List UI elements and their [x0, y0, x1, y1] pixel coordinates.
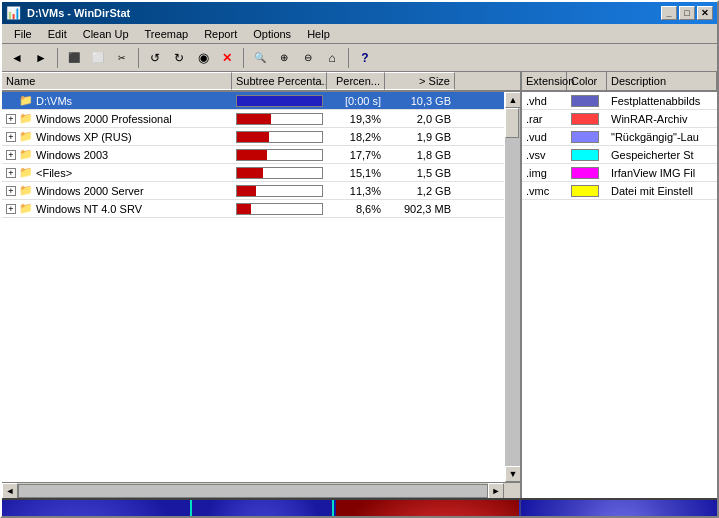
ext-col-color[interactable]: Color: [567, 72, 607, 90]
toolbar-zoom-fit[interactable]: ⊕: [273, 47, 295, 69]
minimize-button[interactable]: _: [661, 6, 677, 20]
color-swatch-1: [571, 113, 599, 125]
cell-name-3: + 📁 Windows 2003: [2, 148, 232, 161]
cell-subtree-1: [232, 113, 327, 125]
expand-btn-4[interactable]: +: [6, 168, 16, 178]
ext-row[interactable]: .vsv Gespeicherter St: [522, 146, 717, 164]
toolbar-back[interactable]: ◄: [6, 47, 28, 69]
bar-fill-2: [237, 132, 269, 142]
bar-fill-3: [237, 150, 267, 160]
toolbar-sep4: [348, 48, 349, 68]
toolbar-sep3: [243, 48, 244, 68]
table-row[interactable]: + 📁 Windows 2003 17,7%: [2, 146, 504, 164]
ext-row[interactable]: .vhd Festplattenabbilds: [522, 92, 717, 110]
pct-2: 18,2%: [350, 131, 381, 143]
cell-percent-1: 19,3%: [327, 113, 385, 125]
maximize-button[interactable]: □: [679, 6, 695, 20]
folder-icon: 📁: [19, 166, 33, 179]
toolbar-undo[interactable]: ↺: [144, 47, 166, 69]
folder-icon: 📁: [19, 202, 33, 215]
ext-row[interactable]: .vud "Rückgängig"-Lau: [522, 128, 717, 146]
ext-col-desc[interactable]: Description: [607, 72, 717, 90]
cell-size-4: 1,5 GB: [385, 167, 455, 179]
folder-icon: 📁: [19, 94, 33, 107]
menu-options[interactable]: Options: [245, 26, 299, 42]
scroll-left-button[interactable]: ◄: [2, 483, 18, 499]
cell-subtree-0: [232, 95, 327, 107]
menu-cleanup[interactable]: Clean Up: [75, 26, 137, 42]
expand-btn-1[interactable]: +: [6, 114, 16, 124]
bar-6: [236, 203, 323, 215]
menu-help[interactable]: Help: [299, 26, 338, 42]
tm-block-right[interactable]: [336, 500, 521, 518]
expand-btn-2[interactable]: +: [6, 132, 16, 142]
cell-subtree-6: [232, 203, 327, 215]
toolbar-zoom-in[interactable]: 🔍: [249, 47, 271, 69]
size-3: 1,8 GB: [417, 149, 451, 161]
bar-fill-6: [237, 204, 251, 214]
cell-size-5: 1,2 GB: [385, 185, 455, 197]
ext-row[interactable]: .vmc Datei mit Einstell: [522, 182, 717, 200]
scroll-thumb[interactable]: [505, 108, 519, 138]
col-header-percent[interactable]: Percen...: [327, 72, 385, 90]
tm-block-win2000pro[interactable]: [2, 500, 192, 518]
ext-desc-0: Festplattenabbilds: [607, 95, 717, 107]
treemap-area[interactable]: [2, 498, 717, 518]
cell-size-2: 1,9 GB: [385, 131, 455, 143]
folder-icon: 📁: [19, 184, 33, 197]
table-row[interactable]: + 📁 Windows 2000 Server 11,3%: [2, 182, 504, 200]
size-0: 10,3 GB: [411, 95, 451, 107]
ext-desc-5: Datei mit Einstell: [607, 185, 717, 197]
menu-edit[interactable]: Edit: [40, 26, 75, 42]
ext-row[interactable]: .rar WinRAR-Archiv: [522, 110, 717, 128]
toolbar-forward[interactable]: ►: [30, 47, 52, 69]
cell-percent-0: [0:00 s]: [327, 95, 385, 107]
menu-report[interactable]: Report: [196, 26, 245, 42]
scroll-up-button[interactable]: ▲: [505, 92, 520, 108]
ext-color-5: [567, 185, 607, 197]
cell-size-1: 2,0 GB: [385, 113, 455, 125]
toolbar-paste[interactable]: ⬜: [87, 47, 109, 69]
bar-3: [236, 149, 323, 161]
table-row[interactable]: + 📁 Windows NT 4.0 SRV 8,6%: [2, 200, 504, 218]
ext-header: Extension Color Description: [522, 72, 717, 92]
menu-file[interactable]: File: [6, 26, 40, 42]
table-row[interactable]: 📁 D:\VMs [0:00 s] 10,3 GB: [2, 92, 504, 110]
col-header-size[interactable]: > Size: [385, 72, 455, 90]
scroll-track[interactable]: [505, 108, 520, 466]
table-row[interactable]: + 📁 Windows 2000 Professional 19,3%: [2, 110, 504, 128]
toolbar-cut[interactable]: ✂: [111, 47, 133, 69]
ext-col-ext[interactable]: Extension: [522, 72, 567, 90]
expand-btn-3[interactable]: +: [6, 150, 16, 160]
h-scroll-track[interactable]: [18, 484, 488, 498]
toolbar-stop[interactable]: ✕: [216, 47, 238, 69]
close-button[interactable]: ✕: [697, 6, 713, 20]
ext-color-0: [567, 95, 607, 107]
table-row[interactable]: + 📁 <Files> 15,1%: [2, 164, 504, 182]
ext-color-3: [567, 149, 607, 161]
toolbar-home[interactable]: ⌂: [321, 47, 343, 69]
expand-btn-5[interactable]: +: [6, 186, 16, 196]
size-6: 902,3 MB: [404, 203, 451, 215]
tm-block-far-right[interactable]: [522, 500, 717, 518]
bar-4: [236, 167, 323, 179]
col-header-name[interactable]: Name: [2, 72, 232, 90]
menu-treemap[interactable]: Treemap: [137, 26, 197, 42]
ext-row[interactable]: .img IrfanView IMG Fil: [522, 164, 717, 182]
tm-block-red1[interactable]: [336, 500, 519, 518]
toolbar-help[interactable]: ?: [354, 47, 376, 69]
toolbar-refresh[interactable]: ◉: [192, 47, 214, 69]
expand-btn-6[interactable]: +: [6, 204, 16, 214]
h-scroll-track-container[interactable]: [18, 483, 488, 498]
col-header-subtree[interactable]: Subtree Percenta...: [232, 72, 327, 90]
scroll-right-button[interactable]: ►: [488, 483, 504, 499]
toolbar-zoom-out[interactable]: ⊖: [297, 47, 319, 69]
pct-3: 17,7%: [350, 149, 381, 161]
tm-block-mid[interactable]: [194, 500, 334, 518]
table-row[interactable]: + 📁 Windows XP (RUS) 18,2%: [2, 128, 504, 146]
cell-size-6: 902,3 MB: [385, 203, 455, 215]
scroll-down-button[interactable]: ▼: [505, 466, 520, 482]
toolbar-copy[interactable]: ⬛: [63, 47, 85, 69]
folder-icon: 📁: [19, 130, 33, 143]
toolbar-redo[interactable]: ↻: [168, 47, 190, 69]
